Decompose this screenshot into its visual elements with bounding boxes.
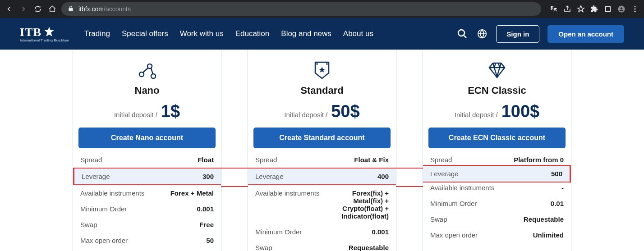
- nav-about[interactable]: About us: [343, 29, 373, 38]
- svg-point-10: [151, 74, 156, 78]
- svg-point-3: [635, 6, 636, 7]
- globe-icon[interactable]: [476, 28, 488, 40]
- site-header: ITB International Trading Brachium Tradi…: [0, 18, 644, 50]
- browser-chrome: itbfx.com/accounts: [0, 0, 644, 18]
- row-swap: SwapRequestable: [248, 240, 396, 251]
- logo[interactable]: ITB International Trading Brachium: [20, 26, 69, 42]
- deposit-amount: 100$: [501, 102, 540, 121]
- row-instruments: Available instrumentsForex(fix) + Metal(…: [248, 185, 396, 224]
- svg-point-2: [621, 7, 623, 9]
- open-account-button[interactable]: Open an account: [547, 25, 624, 43]
- create-standard-button[interactable]: Create Standard account: [253, 128, 391, 148]
- card-title: Nano: [73, 85, 221, 96]
- star-icon[interactable]: [575, 4, 586, 14]
- nav-work[interactable]: Work with us: [180, 29, 224, 38]
- deposit-label: Initial deposit /: [455, 111, 498, 119]
- svg-point-5: [635, 11, 636, 12]
- row-spread: SpreadFloat: [73, 152, 221, 168]
- translate-icon[interactable]: [548, 4, 559, 14]
- profile-icon[interactable]: [616, 4, 627, 14]
- menu-icon[interactable]: [630, 4, 640, 14]
- deposit-line: Initial deposit / 50$: [248, 102, 396, 121]
- logo-tagline: International Trading Brachium: [20, 38, 69, 42]
- row-minorder: Minimum Order0.001: [73, 201, 221, 217]
- back-button[interactable]: [4, 4, 14, 14]
- row-swap: SwapRequestable: [423, 211, 571, 227]
- main-nav: Trading Special offers Work with us Educ…: [84, 29, 373, 38]
- home-button[interactable]: [47, 4, 58, 14]
- card-ecn: ECN Classic Initial deposit / 100$ Creat…: [423, 50, 571, 251]
- ecn-icon: [423, 59, 571, 81]
- deposit-amount: 50$: [331, 102, 359, 121]
- row-instruments: Available instrumentsForex + Metal: [73, 185, 221, 201]
- deposit-amount: 1$: [161, 102, 180, 121]
- deposit-label: Initial deposit /: [284, 111, 327, 119]
- svg-point-9: [147, 64, 152, 68]
- svg-point-4: [635, 9, 636, 10]
- create-nano-button[interactable]: Create Nano account: [78, 128, 216, 148]
- svg-point-6: [458, 30, 465, 36]
- nano-icon: [73, 59, 221, 81]
- url-bar[interactable]: itbfx.com/accounts: [61, 2, 541, 16]
- nav-offers[interactable]: Special offers: [122, 29, 168, 38]
- deposit-label: Initial deposit /: [114, 111, 157, 119]
- nav-trading[interactable]: Trading: [84, 29, 110, 38]
- card-standard: Standard Initial deposit / 50$ Create St…: [248, 50, 396, 251]
- forward-button[interactable]: [18, 4, 29, 14]
- row-minorder: Minimum Order0.001: [248, 224, 396, 240]
- star-icon: [43, 26, 55, 39]
- standard-icon: [248, 59, 396, 81]
- svg-rect-0: [606, 7, 611, 12]
- lock-icon: [68, 5, 74, 13]
- extensions-icon[interactable]: [589, 4, 600, 14]
- row-maxopen: Max open order50: [73, 233, 221, 248]
- url-text: itbfx.com/accounts: [78, 5, 131, 13]
- tab-icon[interactable]: [603, 4, 613, 14]
- accounts-cards: Nano Initial deposit / 1$ Create Nano ac…: [0, 50, 644, 251]
- create-ecn-button[interactable]: Create ECN Classic account: [428, 128, 566, 148]
- share-icon[interactable]: [562, 4, 573, 14]
- row-leverage: Leverage400: [248, 168, 396, 185]
- reload-button[interactable]: [32, 4, 43, 14]
- nav-education[interactable]: Education: [235, 29, 270, 38]
- card-title: ECN Classic: [423, 85, 571, 96]
- row-spread: SpreadFloat & Fix: [248, 152, 396, 168]
- row-leverage: Leverage300: [73, 168, 221, 185]
- card-nano: Nano Initial deposit / 1$ Create Nano ac…: [73, 50, 221, 251]
- deposit-line: Initial deposit / 1$: [73, 102, 221, 121]
- signin-button[interactable]: Sign in: [496, 25, 539, 43]
- row-maxopen: Max open orderUnlimited: [423, 227, 571, 243]
- logo-text: ITB: [20, 26, 41, 39]
- nav-blog[interactable]: Blog and news: [281, 29, 331, 38]
- card-title: Standard: [248, 85, 396, 96]
- row-swap: SwapFree: [73, 217, 221, 233]
- row-minorder: Minimum Order0.01: [423, 196, 571, 211]
- search-icon[interactable]: [456, 28, 468, 40]
- deposit-line: Initial deposit / 100$: [423, 102, 571, 121]
- row-leverage: Leverage500: [423, 165, 571, 183]
